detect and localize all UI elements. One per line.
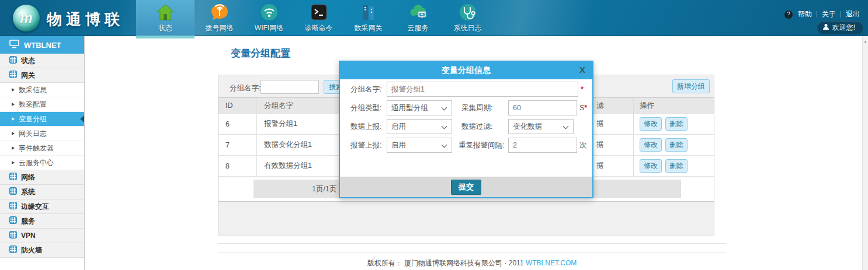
user-icon [822,23,829,32]
sidebar-item-label: 网关 [21,71,35,80]
data-report-label: 数据上报: [350,119,381,134]
page: m 物通博联 状态 拨号网络 WIFI网络 [0,0,868,270]
grid-icon [9,187,17,197]
scroll-up-icon[interactable]: ▲ [863,40,868,43]
group-name-input[interactable] [387,82,578,97]
sidebar-item-firewall[interactable]: 防火墙 [0,243,84,258]
nav-tab-data-gateway[interactable]: 数采网关 [343,0,393,36]
sidebar-item-label: 服务 [21,216,35,226]
sidebar-item-service[interactable]: 服务 [0,214,84,229]
dial-network-icon [210,2,229,22]
nav-tab-system-log[interactable]: 系统日志 [443,0,492,36]
sidebar-item-label: 事件触发器 [19,143,54,153]
grid-icon [9,231,17,240]
required-asterisk: * [584,104,587,112]
nav-tab-label: 数采网关 [355,23,383,33]
caret-right-icon [12,161,15,164]
edit-button[interactable]: 修改 [640,117,662,131]
cell-actions: 修改 删除 [633,156,714,176]
modal-header: 变量分组信息 X [340,62,592,79]
sidebar-item-gateway[interactable]: 网关 [0,68,84,83]
page-title: 变量分组配置 [231,47,290,60]
alarm-report-select[interactable]: 启用 [387,138,452,153]
help-icon: ? [784,10,793,19]
cell-actions: 修改 删除 [633,114,714,134]
vertical-scrollbar[interactable]: ▲ [862,36,868,270]
sidebar-item-collect-info[interactable]: 数采信息 [0,83,84,97]
nav-tab-wifi-network[interactable]: WIFI网络 [244,0,294,36]
add-group-button[interactable]: 新增分组 [672,79,710,93]
grid-icon [9,246,17,255]
main-nav: 状态 拨号网络 WIFI网络 诊断命令 [136,0,492,36]
sidebar-item-label: 网关日志 [19,129,47,139]
welcome-text: 欢迎您! [832,23,855,33]
variable-group-modal: 变量分组信息 X 分组名字: * 分组类型: 通用型分组 采集周期: S* 数据… [339,61,593,198]
caret-right-icon [12,88,15,92]
search-label: 分组名字: [230,83,261,93]
edit-button[interactable]: 修改 [640,138,662,152]
sidebar-item-collect-config[interactable]: 数采配置 [0,97,84,112]
sidebar-item-edge-interaction[interactable]: 边缘交互 [0,199,84,214]
delete-button[interactable]: 删除 [665,159,688,173]
nav-tab-label: 状态 [158,23,172,33]
sidebar-item-label: VPN [21,232,36,240]
sidebar-item-label: 云服务中心 [19,158,54,168]
header-id: ID [218,98,256,113]
sidebar-item-label: 数采配置 [19,100,47,110]
divider [841,11,841,17]
submit-button[interactable]: 提交 [451,180,481,195]
nav-tab-diagnostic-command[interactable]: 诊断命令 [294,0,343,36]
home-icon [156,2,175,22]
nav-tab-dial-network[interactable]: 拨号网络 [195,0,244,36]
grid-icon [9,56,17,65]
required-asterisk: * [581,82,584,97]
sidebar: WTBLNET 状态 网关 数采信息 数采配置 变量分组 网关日志 事件触发器 [0,36,85,270]
logout-link[interactable]: 退出 [846,9,860,19]
copyright: 版权所有： 厦门物通博联网络科技有限公司 · 2011 WTBLNET.COM [218,258,726,268]
copyright-text: 版权所有： 厦门物通博联网络科技有限公司 · 2011 [367,259,524,267]
cell-actions: 修改 删除 [633,135,714,155]
grid-icon [9,71,17,80]
grid-icon [9,216,17,226]
edit-button[interactable]: 修改 [640,159,662,173]
caret-right-icon [12,103,15,106]
header-actions: 操作 [633,98,714,113]
nav-tab-status[interactable]: 状态 [136,0,195,36]
sidebar-item-label: 防火墙 [21,246,42,255]
sidebar-item-status[interactable]: 状态 [0,54,84,68]
welcome-badge[interactable]: 欢迎您! [817,21,863,34]
close-icon[interactable]: X [579,65,585,75]
sidebar-item-vpn[interactable]: VPN [0,229,84,243]
pagination-label: 1页/1页 [312,180,336,198]
sidebar-item-variable-group[interactable]: 变量分组 [0,112,84,127]
modal-row-report-filter: 数据上报: 启用 数据过滤: 变化数据 [340,119,592,134]
sidebar-item-label: 状态 [21,56,35,66]
delete-button[interactable]: 删除 [665,138,688,152]
footer-link[interactable]: WTBLNET.COM [526,259,577,267]
sidebar-item-gateway-log[interactable]: 网关日志 [0,127,84,141]
nav-tab-label: 系统日志 [454,23,482,33]
footer-divider [218,253,726,253]
help-link[interactable]: 帮助 [798,9,812,19]
sidebar-item-event-trigger[interactable]: 事件触发器 [0,141,84,156]
about-link[interactable]: 关于 [822,9,836,19]
sidebar-item-network[interactable]: 网络 [0,170,84,185]
nav-tab-cloud-service[interactable]: 云服务 [393,0,443,36]
modal-title: 变量分组信息 [442,65,491,76]
search-input[interactable] [261,80,319,94]
collect-period-input[interactable] [508,100,577,115]
data-filter-select[interactable]: 变化数据 [508,119,574,134]
active-tab-indicator [136,36,195,38]
delete-button[interactable]: 删除 [665,117,688,131]
grid-icon [9,173,17,182]
sidebar-item-label: 变量分组 [19,114,47,124]
logo-monogram: m [20,11,32,25]
data-report-select[interactable]: 启用 [387,119,452,134]
sidebar-item-cloud-center[interactable]: 云服务中心 [0,156,84,170]
alarm-interval-input[interactable] [508,138,577,153]
sidebar-item-system[interactable]: 系统 [0,185,84,199]
sidebar-item-label: 网络 [21,173,35,183]
grid-icon [9,202,17,211]
nav-tab-label: 诊断命令 [305,23,333,33]
group-type-select[interactable]: 通用型分组 [387,100,452,115]
